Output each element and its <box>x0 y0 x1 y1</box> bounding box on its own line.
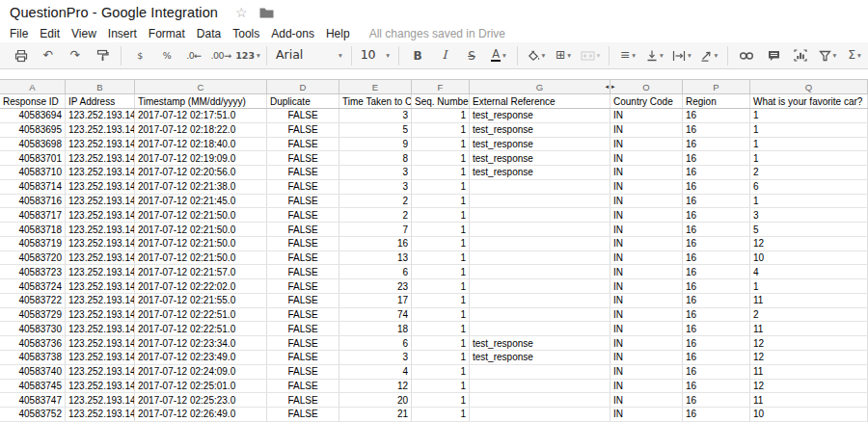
cell[interactable]: 1 <box>412 208 470 222</box>
cell[interactable]: 1 <box>412 408 470 421</box>
print-button[interactable] <box>8 45 35 66</box>
cell[interactable]: 2017-07-12 02:25:23.0 <box>135 393 267 407</box>
undo-button[interactable]: ↶ <box>35 45 62 66</box>
cell[interactable]: Seq. Number <box>412 94 470 108</box>
fill-color-button[interactable]: ▾ <box>523 45 550 66</box>
cell[interactable]: IN <box>610 251 683 265</box>
cell[interactable]: 11 <box>750 393 868 407</box>
cell[interactable] <box>470 380 610 393</box>
cell[interactable]: 2017-07-12 02:18:40.0 <box>135 138 267 151</box>
cell[interactable]: 1 <box>412 109 470 122</box>
cell[interactable]: 40583717 <box>0 208 66 222</box>
cell[interactable]: 3 <box>339 109 412 122</box>
cell[interactable]: 1 <box>412 393 470 407</box>
cell[interactable]: External Reference <box>470 94 610 108</box>
cell[interactable]: Country Code <box>610 94 683 108</box>
cell[interactable]: 16 <box>683 294 750 307</box>
cell[interactable]: 2 <box>750 308 868 322</box>
cell[interactable]: FALSE <box>267 151 339 165</box>
cell[interactable]: 2017-07-12 02:24:09.0 <box>135 365 267 379</box>
cell[interactable]: IN <box>610 109 683 122</box>
cell[interactable]: IN <box>610 365 683 379</box>
cell[interactable]: 123.252.193.148 <box>66 251 135 265</box>
cell[interactable]: 7 <box>339 223 412 236</box>
cell[interactable]: FALSE <box>267 336 339 350</box>
cell[interactable]: 40583701 <box>0 151 66 165</box>
cell[interactable]: 1 <box>412 166 470 179</box>
cell[interactable]: 2 <box>339 195 412 208</box>
cell[interactable]: test_response <box>470 109 610 122</box>
cell[interactable]: FALSE <box>267 180 339 194</box>
cell[interactable]: 2017-07-12 02:21:50.0 <box>135 237 267 251</box>
cell[interactable]: IN <box>610 294 683 307</box>
cell[interactable]: 2017-07-12 02:21:45.0 <box>135 195 267 208</box>
cell[interactable]: 1 <box>412 223 470 236</box>
cell[interactable]: 2017-07-12 02:21:50.0 <box>135 223 267 236</box>
cell[interactable]: IN <box>610 265 683 278</box>
cell[interactable]: 40583698 <box>0 138 66 151</box>
document-title[interactable]: QuestionPro - Google Integration <box>10 5 218 20</box>
text-color-button[interactable]: A▾ <box>485 45 512 66</box>
cell[interactable]: IN <box>610 208 683 222</box>
cell[interactable]: 123.252.193.148 <box>66 365 135 379</box>
cell[interactable]: 1 <box>412 151 470 165</box>
cell[interactable]: IN <box>610 322 683 335</box>
cell[interactable]: IN <box>610 151 683 165</box>
font-family-select[interactable]: Arial▾ <box>272 45 346 66</box>
cell[interactable]: 2017-07-12 02:22:51.0 <box>135 322 267 335</box>
cell[interactable]: 2017-07-12 02:22:02.0 <box>135 279 267 293</box>
cell[interactable]: 12 <box>750 351 868 364</box>
cell[interactable]: 5 <box>339 123 412 137</box>
cell[interactable]: 16 <box>683 408 750 421</box>
cell[interactable]: 3 <box>750 208 868 222</box>
cell[interactable]: 1 <box>412 265 470 278</box>
cell[interactable]: 2017-07-12 02:21:38.0 <box>135 180 267 194</box>
redo-button[interactable]: ↷ <box>62 45 89 66</box>
format-percent-button[interactable]: % <box>153 45 180 66</box>
cell[interactable]: FALSE <box>267 109 339 122</box>
cell[interactable] <box>470 408 610 421</box>
cell[interactable]: IN <box>610 123 683 137</box>
cell[interactable]: FALSE <box>267 123 339 137</box>
cell[interactable]: 16 <box>339 237 412 251</box>
cell[interactable]: 1 <box>412 351 470 364</box>
horizontal-align-button[interactable]: ≡▾ <box>614 45 641 66</box>
italic-button[interactable]: I <box>431 45 458 66</box>
insert-comment-button[interactable] <box>760 45 787 66</box>
cell[interactable]: 40583719 <box>0 237 66 251</box>
cell[interactable]: Time Taken to Co <box>339 94 412 108</box>
cell[interactable]: 1 <box>412 180 470 194</box>
cell[interactable]: 74 <box>339 308 412 322</box>
cell[interactable]: 16 <box>683 166 750 179</box>
increase-decimals-button[interactable]: .00→ <box>207 45 234 66</box>
bold-button[interactable]: B <box>404 45 431 66</box>
text-wrap-button[interactable]: ▾ <box>668 45 695 66</box>
cell[interactable]: 123.252.193.148 <box>66 195 135 208</box>
cell[interactable]: test_response <box>470 123 610 137</box>
borders-button[interactable]: ⊞▾ <box>550 45 577 66</box>
cell[interactable]: 1 <box>750 123 868 137</box>
cell[interactable]: FALSE <box>267 351 339 364</box>
cell[interactable]: 40583730 <box>0 322 66 335</box>
cell[interactable]: IN <box>610 195 683 208</box>
cell[interactable]: 2017-07-12 02:19:09.0 <box>135 151 267 165</box>
cell[interactable]: 16 <box>683 365 750 379</box>
cell[interactable]: 2017-07-12 02:18:22.0 <box>135 123 267 137</box>
cell[interactable]: 123.252.193.148 <box>66 408 135 421</box>
cell[interactable]: FALSE <box>267 308 339 322</box>
cell[interactable] <box>470 223 610 236</box>
cell[interactable]: 6 <box>339 265 412 278</box>
cell[interactable]: FALSE <box>267 365 339 379</box>
cell[interactable]: 1 <box>412 365 470 379</box>
cell[interactable]: 16 <box>683 308 750 322</box>
cell[interactable]: FALSE <box>267 237 339 251</box>
cell[interactable] <box>470 195 610 208</box>
format-currency-button[interactable]: $ <box>126 45 153 66</box>
insert-link-button[interactable] <box>733 45 760 66</box>
cell[interactable]: FALSE <box>267 138 339 151</box>
cell[interactable]: 40583738 <box>0 351 66 364</box>
cell[interactable]: 16 <box>683 393 750 407</box>
cell[interactable]: 10 <box>750 408 868 421</box>
cell[interactable]: IN <box>610 166 683 179</box>
cell[interactable]: 16 <box>683 123 750 137</box>
